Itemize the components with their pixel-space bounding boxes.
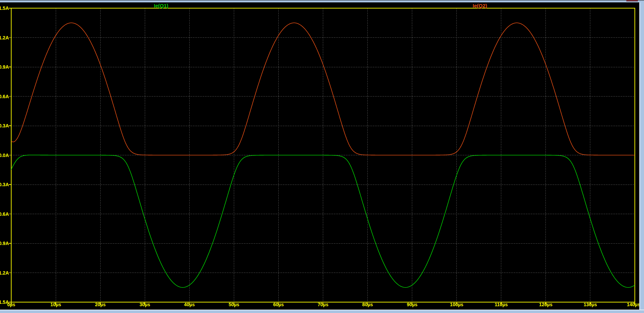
y-axis-label: -0.9A [0,241,9,246]
x-axis-label: 20µs [85,302,116,307]
x-axis-label: 0µs [0,302,27,307]
window-chrome-right-strip [639,0,644,310]
x-axis-label: 100µs [441,302,472,307]
legend-trace-ieq1[interactable]: Ie(Q1) [154,3,169,8]
y-axis-label: -0.6A [0,211,9,217]
waveform-pane[interactable]: Ie(Q1) Ie(Q2) 1.5A1.2A0.9A0.6A0.3A0.0A-0… [0,2,639,310]
x-axis-label: 10µs [40,302,71,307]
x-axis-label: 60µs [263,302,294,307]
y-axis-label: -0.3A [0,182,9,187]
background-window-fragment [626,0,638,1]
x-axis-label: 130µs [575,302,606,307]
x-axis-label: 30µs [129,302,160,307]
y-axis-label: 0.0A [0,153,9,158]
x-axis-label: 120µs [530,302,561,307]
x-axis-label: 110µs [486,302,517,307]
legend-trace-ieq2[interactable]: Ie(Q2) [473,3,487,8]
x-axis-label: 40µs [174,302,205,307]
y-axis-label: 0.9A [0,64,9,70]
y-axis-label: 1.2A [0,35,9,40]
plot-area[interactable] [0,2,644,313]
window-chrome-bottom-strip [0,310,644,313]
x-axis-label: 80µs [352,302,383,307]
y-axis-label: 1.5A [0,5,9,11]
x-axis-label: 70µs [308,302,338,307]
y-axis-label: -1.2A [0,270,9,276]
y-axis-label: 0.6A [0,94,9,99]
ltspice-waveform-window: Ie(Q1) Ie(Q2) 1.5A1.2A0.9A0.6A0.3A0.0A-0… [0,0,644,313]
x-axis-label: 50µs [219,302,249,307]
y-axis-label: 0.3A [0,123,9,128]
window-chrome-top-strip [0,0,644,2]
x-axis-label: 90µs [397,302,428,307]
